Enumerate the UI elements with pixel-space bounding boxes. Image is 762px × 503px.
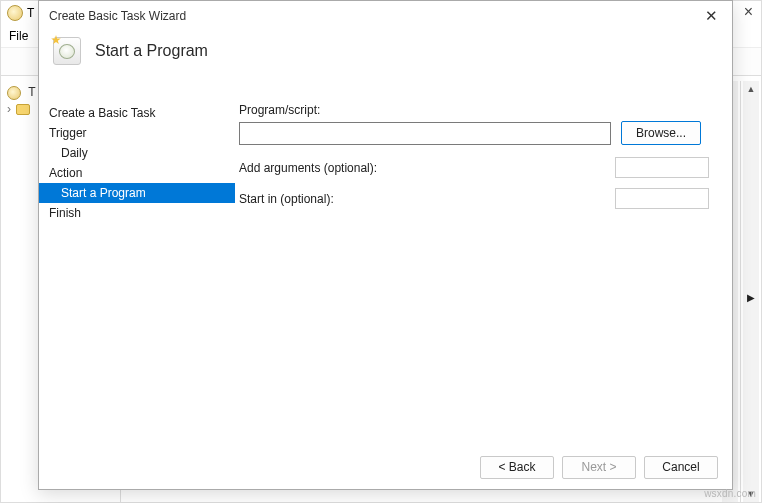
folder-icon: [16, 104, 30, 115]
chevron-right-icon: ›: [7, 102, 11, 116]
expand-icon[interactable]: ▶: [747, 292, 755, 303]
program-row: Program/script: Browse...: [239, 103, 712, 145]
clock-icon: [7, 5, 23, 21]
wizard-dialog: Create Basic Task Wizard ✕ Start a Progr…: [38, 0, 733, 490]
step-trigger[interactable]: Trigger: [39, 123, 235, 143]
arguments-input[interactable]: [615, 157, 709, 178]
back-button[interactable]: < Back: [480, 456, 554, 479]
step-action[interactable]: Action: [39, 163, 235, 183]
tree-root-text: T: [28, 85, 35, 99]
arguments-row: Add arguments (optional):: [239, 157, 709, 178]
next-button: Next >: [562, 456, 636, 479]
step-finish[interactable]: Finish: [39, 203, 235, 223]
dialog-heading: Start a Program: [95, 42, 208, 60]
scrollbar[interactable]: ▲ ▶ ▼: [743, 81, 759, 502]
program-label: Program/script:: [239, 103, 712, 117]
wizard-steps: Create a Basic Task Trigger Daily Action…: [39, 97, 235, 445]
watermark: wsxdn.com: [704, 488, 756, 499]
startin-input[interactable]: [615, 188, 709, 209]
dialog-titlebar: Create Basic Task Wizard ✕: [39, 1, 732, 31]
cancel-button[interactable]: Cancel: [644, 456, 718, 479]
right-pane: ▲ ▶ ▼: [741, 81, 761, 502]
arguments-label: Add arguments (optional):: [239, 161, 377, 175]
close-icon[interactable]: ✕: [701, 7, 722, 25]
step-create-task[interactable]: Create a Basic Task: [39, 103, 235, 123]
program-input[interactable]: [239, 122, 611, 145]
dialog-title: Create Basic Task Wizard: [49, 9, 186, 23]
parent-title-text: T: [27, 6, 34, 20]
browse-button[interactable]: Browse...: [621, 121, 701, 145]
dialog-content: Create a Basic Task Trigger Daily Action…: [39, 97, 732, 445]
wizard-icon: [53, 37, 81, 65]
startin-row: Start in (optional):: [239, 188, 709, 209]
scroll-up-icon[interactable]: ▲: [743, 81, 759, 97]
dialog-header: Start a Program: [39, 31, 732, 79]
dialog-footer: < Back Next > Cancel: [39, 445, 732, 489]
menu-file[interactable]: File: [9, 29, 28, 43]
wizard-form: Program/script: Browse... Add arguments …: [235, 97, 732, 445]
step-daily[interactable]: Daily: [39, 143, 235, 163]
step-start-program[interactable]: Start a Program: [39, 183, 235, 203]
parent-close-icon[interactable]: ×: [744, 3, 753, 21]
clock-icon: [7, 86, 21, 100]
startin-label: Start in (optional):: [239, 192, 334, 206]
